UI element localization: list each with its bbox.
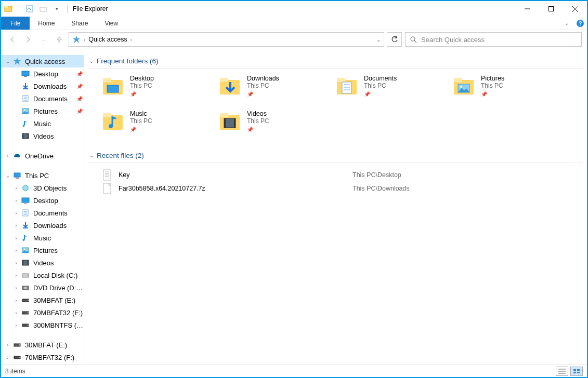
music-icon [21, 233, 30, 242]
expander-icon[interactable]: › [12, 310, 20, 316]
svg-rect-29 [22, 198, 29, 203]
nav-item[interactable]: Music [1, 117, 84, 130]
expander-icon[interactable]: ⌄ [4, 173, 11, 179]
svg-rect-49 [28, 312, 29, 314]
expander-icon[interactable]: › [12, 285, 20, 291]
tab-home[interactable]: Home [30, 17, 63, 30]
maximize-button[interactable] [539, 1, 563, 17]
folder-tile[interactable]: MusicThis PC📌 [102, 109, 219, 140]
svg-rect-62 [337, 78, 345, 82]
view-details-button[interactable] [556, 367, 568, 376]
nav-item-label: OneDrive [25, 152, 84, 160]
nav-item[interactable]: ›70MBFAT32 (F:) [1, 351, 84, 363]
forward-button[interactable] [22, 33, 34, 46]
nav-item[interactable]: ›Local Disk (C:) [1, 269, 84, 281]
search-box[interactable] [405, 32, 582, 47]
recent-locations-button[interactable]: ⌄ [37, 33, 50, 46]
nav-item[interactable]: Downloads📌 [1, 80, 84, 92]
expander-icon[interactable]: › [12, 210, 20, 216]
expander-icon[interactable]: › [4, 355, 11, 360]
expander-icon[interactable]: › [12, 235, 20, 241]
nav-item[interactable]: Pictures📌 [1, 105, 84, 117]
ribbon-expand-icon[interactable]: ⌄ [560, 17, 573, 30]
file-path: This PC\Desktop [352, 171, 401, 179]
tab-share[interactable]: Share [63, 17, 96, 30]
search-input[interactable] [421, 36, 577, 44]
expander-icon[interactable]: › [4, 342, 11, 348]
section-title: Recent files (2) [97, 152, 144, 159]
nav-item[interactable]: ›Videos [1, 256, 84, 269]
folder-tile[interactable]: DesktopThis PC📌 [102, 74, 219, 105]
nav-item[interactable]: ›300MBNTFS (G:) [1, 319, 84, 331]
nav-item-label: 30MBFAT (E:) [25, 341, 84, 349]
nav-item[interactable]: ›30MBFAT (E:) [1, 294, 84, 306]
expander-icon[interactable]: › [12, 223, 20, 228]
folder-tile[interactable]: PicturesThis PC📌 [453, 74, 570, 105]
breadcrumb-item[interactable]: Quick access [88, 36, 127, 43]
expander-icon[interactable]: › [12, 185, 20, 191]
svg-rect-89 [577, 369, 580, 371]
tab-view[interactable]: View [96, 17, 126, 30]
nav-item[interactable]: ›70MBFAT32 (F:) [1, 306, 84, 319]
svg-rect-90 [573, 372, 576, 373]
folder-tile[interactable]: VideosThis PC📌 [219, 109, 336, 140]
svg-rect-5 [549, 7, 554, 11]
nav-item-label: Downloads [33, 222, 84, 230]
qat-customize-icon[interactable]: ▾ [51, 4, 62, 14]
view-large-button[interactable] [570, 367, 583, 376]
section-header-frequent[interactable]: ⌄ Frequent folders (6) [88, 55, 583, 69]
expander-icon[interactable]: › [12, 260, 20, 266]
close-button[interactable] [563, 1, 587, 17]
nav-item[interactable]: Documents📌 [1, 92, 84, 105]
breadcrumb[interactable]: › Quick access › ⌄ [69, 32, 384, 47]
help-icon[interactable]: ? [573, 17, 587, 30]
folder-name: Videos [247, 110, 269, 117]
up-button[interactable] [53, 33, 66, 46]
refresh-button[interactable] [387, 32, 402, 47]
expander-icon[interactable]: › [12, 322, 20, 328]
folder-tile[interactable]: DocumentsThis PC📌 [336, 74, 453, 105]
file-tab[interactable]: File [1, 17, 30, 30]
nav-item[interactable]: ›Music [1, 232, 84, 244]
status-bar: 8 items [1, 365, 587, 377]
usb-icon [12, 353, 22, 362]
chevron-down-icon: ⌄ [89, 58, 94, 64]
nav-item-label: Downloads [33, 83, 75, 90]
svg-marker-10 [73, 36, 80, 43]
nav-onedrive[interactable]: ›OneDrive [1, 150, 84, 162]
nav-item[interactable]: ›Downloads [1, 219, 84, 232]
nav-item[interactable]: ›Pictures [1, 244, 84, 256]
nav-item-label: DVD Drive (D:) V [33, 284, 84, 292]
expander-icon[interactable]: ⌄ [4, 59, 11, 64]
back-button[interactable] [6, 33, 19, 46]
nav-this-pc[interactable]: ⌄This PC [1, 169, 84, 182]
svg-rect-25 [22, 133, 23, 139]
section-header-recent[interactable]: ⌄ Recent files (2) [88, 150, 583, 163]
expander-icon[interactable]: › [4, 153, 11, 159]
svg-point-43 [27, 275, 28, 276]
folder-icon [102, 110, 125, 133]
app-icon [3, 4, 14, 14]
nav-quick-access[interactable]: ⌄Quick access [1, 55, 84, 68]
nav-item[interactable]: Videos [1, 130, 84, 142]
minimize-button[interactable] [515, 1, 539, 17]
nav-item[interactable]: ›Desktop [1, 194, 84, 207]
nav-item-label: 30MBFAT (E:) [33, 296, 84, 304]
nav-item[interactable]: ›DVD Drive (D:) V [1, 281, 84, 294]
folder-tile[interactable]: DownloadsThis PC📌 [219, 74, 336, 105]
nav-item[interactable]: ›3D Objects [1, 182, 84, 194]
nav-item[interactable]: ›Documents [1, 207, 84, 219]
qat-newfolder-icon[interactable] [38, 4, 48, 14]
expander-icon[interactable]: › [12, 198, 20, 204]
qat-properties-icon[interactable] [24, 4, 35, 14]
address-dropdown-icon[interactable]: ⌄ [376, 37, 381, 43]
expander-icon[interactable]: › [12, 298, 20, 303]
nav-item[interactable]: Desktop📌 [1, 68, 84, 80]
nav-item-label: Music [33, 120, 84, 128]
nav-item[interactable]: ›30MBFAT (E:) [1, 339, 84, 351]
expander-icon[interactable]: › [12, 273, 20, 278]
recent-file-row[interactable]: KeyThis PC\Desktop [102, 168, 583, 182]
svg-rect-58 [107, 85, 119, 92]
recent-file-row[interactable]: Far30b5858.x64.20210727.7zThis PC\Downlo… [102, 182, 583, 195]
expander-icon[interactable]: › [12, 248, 20, 253]
